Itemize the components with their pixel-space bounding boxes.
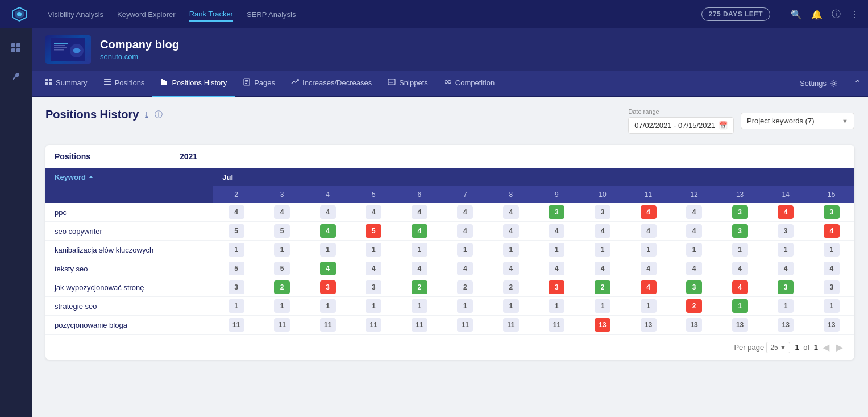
- bell-icon[interactable]: 🔔: [811, 9, 823, 20]
- layout: Company blog senuto.com Summary: [0, 28, 868, 417]
- subnav-competition[interactable]: Competition: [436, 71, 502, 97]
- value-cell: 4: [808, 222, 854, 241]
- sub-nav: Summary Positions: [32, 71, 868, 97]
- search-icon[interactable]: 🔍: [791, 9, 802, 20]
- subnav-pages[interactable]: Pages: [235, 71, 283, 97]
- value-badge: 4: [503, 224, 519, 238]
- value-cell: 4: [717, 278, 763, 297]
- table-row: pozycjonowanie bloga11111111111111111313…: [45, 316, 854, 335]
- export-icon[interactable]: ⤓: [143, 110, 150, 119]
- value-cell: 5: [213, 259, 259, 278]
- keyword-filter-dropdown[interactable]: Project keywords (7) ▼: [741, 113, 854, 129]
- value-badge: 1: [549, 299, 564, 313]
- nav-visibility-analysis[interactable]: Visibility Analysis: [48, 8, 103, 21]
- page-header: Positions History ⤓ ⓘ Date range 07/02/2…: [45, 108, 854, 134]
- keyword-cell[interactable]: pozycjonowanie bloga: [45, 316, 213, 335]
- svg-rect-7: [54, 45, 65, 46]
- value-cell: 1: [442, 241, 488, 259]
- value-cell: 1: [259, 297, 305, 316]
- date-col-8: 8: [488, 186, 534, 203]
- value-badge: 2: [457, 280, 473, 294]
- svg-rect-12: [49, 79, 52, 81]
- sidebar-grid-icon[interactable]: [6, 38, 26, 58]
- svg-point-30: [833, 82, 835, 85]
- keyword-cell[interactable]: ppc: [45, 203, 213, 222]
- table-row: ppc44444443344343: [45, 203, 854, 222]
- next-page-button[interactable]: ▶: [834, 341, 845, 354]
- help-icon[interactable]: ⓘ: [832, 9, 841, 20]
- value-badge: 3: [595, 205, 610, 219]
- value-badge: 4: [732, 280, 748, 294]
- trend-icon: [291, 78, 299, 88]
- page-current: 1: [795, 343, 799, 352]
- value-badge: 4: [320, 205, 336, 219]
- project-name: Company blog: [100, 38, 179, 51]
- per-page-dropdown[interactable]: 25 ▼: [766, 342, 790, 353]
- value-cell: 4: [808, 259, 854, 278]
- value-badge: 11: [549, 318, 564, 332]
- subnav-increases-decreases[interactable]: Increases/Decreases: [283, 71, 380, 97]
- nav-serp-analysis[interactable]: SERP Analysis: [247, 8, 296, 21]
- keyword-cell[interactable]: kanibalizacja słów kluczowych: [45, 241, 213, 259]
- subnav-pages-label: Pages: [254, 79, 275, 87]
- date-range-picker[interactable]: 07/02/2021 - 07/15/2021 📅: [628, 117, 734, 134]
- subnav-positions-history[interactable]: Positions History: [152, 71, 235, 97]
- value-cell: 3: [808, 203, 854, 222]
- subnav-positions[interactable]: Positions: [95, 71, 153, 97]
- value-badge: 1: [320, 243, 336, 257]
- value-badge: 4: [641, 205, 657, 219]
- value-cell: 13: [580, 316, 626, 335]
- month-header-cell: Jul: [213, 168, 854, 186]
- value-badge: 1: [274, 243, 290, 257]
- info-icon[interactable]: ⓘ: [155, 110, 163, 120]
- value-cell: 1: [351, 297, 397, 316]
- value-badge: 3: [549, 205, 564, 219]
- value-cell: 13: [671, 316, 717, 335]
- collapse-button[interactable]: ⌃: [847, 71, 868, 97]
- svg-rect-26: [389, 81, 392, 81]
- sidebar-wrench-icon[interactable]: [6, 67, 26, 88]
- value-cell: 3: [671, 278, 717, 297]
- subnav-snippets[interactable]: Snippets: [380, 71, 436, 97]
- value-badge: 1: [503, 243, 519, 257]
- value-badge: 3: [732, 224, 748, 238]
- value-cell: 4: [763, 259, 809, 278]
- data-table: Keyword Jul 2 3: [45, 168, 854, 335]
- value-badge: 11: [366, 318, 381, 332]
- value-cell: 1: [442, 297, 488, 316]
- value-badge: 3: [732, 205, 748, 219]
- subnav-competition-label: Competition: [455, 79, 495, 87]
- date-col-11: 11: [625, 186, 671, 203]
- value-cell: 1: [213, 297, 259, 316]
- keyword-cell[interactable]: strategie seo: [45, 297, 213, 316]
- page-total: 1: [814, 343, 818, 352]
- keyword-cell[interactable]: teksty seo: [45, 259, 213, 278]
- value-cell: 2: [442, 278, 488, 297]
- keyword-cell[interactable]: jak wypozycjonować stronę: [45, 278, 213, 297]
- value-badge: 3: [366, 280, 381, 294]
- value-cell: 4: [305, 203, 351, 222]
- value-badge: 3: [686, 280, 702, 294]
- apps-grid-icon[interactable]: ⋮: [850, 9, 859, 20]
- value-badge: 4: [229, 205, 244, 219]
- keyword-sort-button[interactable]: Keyword: [55, 173, 94, 181]
- nav-rank-tracker[interactable]: Rank Tracker: [189, 7, 233, 22]
- prev-page-button[interactable]: ◀: [820, 341, 832, 354]
- settings-button[interactable]: Settings: [791, 71, 847, 97]
- value-badge: 1: [503, 299, 519, 313]
- value-cell: 4: [305, 259, 351, 278]
- date-col-14: 14: [763, 186, 809, 203]
- value-cell: 1: [534, 241, 580, 259]
- nav-keyword-explorer[interactable]: Keyword Explorer: [117, 8, 176, 21]
- app-logo[interactable]: [9, 4, 30, 24]
- main-content: Company blog senuto.com Summary: [32, 28, 868, 417]
- chevron-up-icon: ⌃: [854, 78, 861, 89]
- date-col-4: 4: [305, 186, 351, 203]
- keyword-cell[interactable]: seo copywriter: [45, 222, 213, 241]
- keyword-col-header[interactable]: Keyword: [45, 168, 213, 186]
- dropdown-chevron-icon: ▼: [842, 118, 848, 125]
- value-cell: 11: [351, 316, 397, 335]
- date-col-7: 7: [442, 186, 488, 203]
- svg-rect-8: [54, 47, 67, 48]
- subnav-summary[interactable]: Summary: [36, 71, 95, 97]
